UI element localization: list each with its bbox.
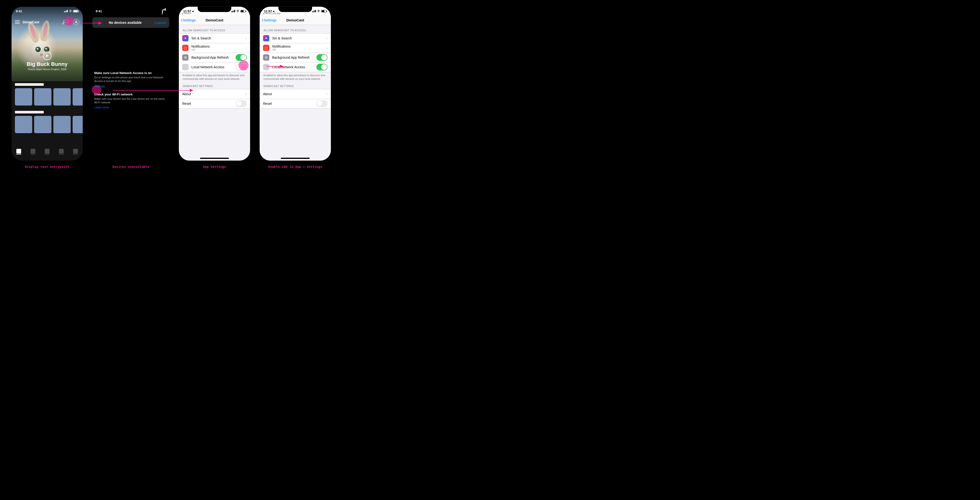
thumbnail[interactable]	[15, 116, 32, 133]
toggle-local-network-access[interactable]	[317, 64, 328, 70]
cell-label: Background App Refresh	[272, 56, 313, 59]
tab-item[interactable]	[73, 149, 78, 155]
nav-title: DemoCast	[205, 18, 223, 22]
cell-siri[interactable]: ✦ Siri & Search ›	[179, 33, 250, 43]
hero-title: Big Buck Bunny	[11, 61, 83, 67]
signal-icon	[231, 10, 235, 12]
caption: Display Cast entrypoint	[25, 165, 70, 168]
tab-item[interactable]	[59, 149, 64, 155]
thumbnail[interactable]	[53, 116, 71, 133]
cell-local-network-access[interactable]: Local Network Access	[179, 62, 250, 72]
settings-link[interactable]: Settings	[94, 85, 105, 88]
status-indicators	[64, 10, 79, 13]
chevron-right-icon: ›	[326, 91, 328, 97]
thumbnail-row[interactable]	[15, 88, 83, 106]
section-footer: Enabled to allow this app permission to …	[260, 72, 331, 81]
cast-button[interactable]	[62, 20, 68, 24]
cast-icon	[62, 20, 68, 24]
phone-screen-settings-off: 11:57➤ Search ‹Settings DemoCast ALLOW D…	[179, 7, 250, 160]
toggle-reset[interactable]	[317, 100, 328, 107]
phone-screen-no-devices: 9:41 No devices available Cancel Make su…	[92, 7, 169, 160]
notifications-icon: ◻	[182, 45, 188, 51]
row-label-placeholder	[15, 111, 44, 113]
cell-reset[interactable]: Reset	[179, 99, 250, 108]
signal-icon	[64, 10, 68, 12]
cell-label: NotificationsOff	[272, 44, 323, 51]
home-indicator[interactable]	[281, 158, 310, 159]
no-devices-header: No devices available Cancel	[92, 17, 169, 28]
back-button[interactable]: ‹Settings	[181, 17, 196, 23]
chevron-right-icon: ›	[245, 36, 247, 41]
app-icon	[182, 64, 188, 70]
siri-icon: ✦	[182, 35, 188, 41]
signal-icon	[312, 10, 316, 12]
status-time: 9:41	[16, 10, 22, 13]
back-button[interactable]: ‹Settings	[262, 17, 277, 23]
tip-heading: Check your Wi-Fi network	[94, 92, 167, 96]
toggle-background-refresh[interactable]	[235, 54, 247, 61]
signal-icon	[162, 8, 166, 11]
app-icon	[263, 64, 269, 70]
battery-icon	[162, 10, 162, 14]
cell-about[interactable]: About ›	[179, 89, 250, 99]
toggle-background-refresh[interactable]	[317, 54, 328, 61]
status-indicators	[162, 8, 166, 14]
cell-label: Background App Refresh	[191, 56, 233, 59]
toggle-reset[interactable]	[235, 100, 247, 107]
profile-button[interactable]	[73, 19, 80, 25]
nav-title: DemoCast	[286, 18, 304, 22]
cell-notifications[interactable]: ◻ NotificationsOff ›	[179, 43, 250, 52]
cell-label: Reset	[263, 102, 313, 106]
thumbnail[interactable]	[73, 88, 83, 106]
breadcrumb[interactable]: DemoCast app	[262, 12, 281, 15]
toggle-local-network-access[interactable]	[235, 64, 247, 70]
cell-local-network-access[interactable]: Local Network Access	[260, 62, 331, 72]
thumbnail-row[interactable]	[15, 116, 83, 133]
phone-screen-app: 9:41 DemoCast	[11, 7, 83, 160]
cell-label: Local Network Access	[272, 65, 313, 69]
cell-label: Siri & Search	[191, 36, 242, 40]
cell-label: Siri & Search	[272, 36, 323, 40]
cell-siri[interactable]: ✦ Siri & Search ›	[260, 33, 331, 43]
section-header: DEMOCAST SETTINGS	[260, 81, 331, 89]
cell-label: Local Network Access	[191, 65, 233, 69]
breadcrumb[interactable]: Search	[182, 12, 191, 15]
menu-icon[interactable]	[15, 21, 20, 24]
wifi-icon	[69, 10, 72, 12]
location-icon: ➤	[191, 10, 195, 13]
gear-icon: ⚙	[182, 54, 188, 60]
tab-item[interactable]	[16, 149, 21, 155]
chevron-left-icon: ‹	[262, 17, 263, 23]
cell-background-refresh[interactable]: ⚙ Background App Refresh	[179, 52, 250, 62]
battery-icon	[321, 10, 326, 13]
play-button[interactable]	[43, 51, 51, 60]
thumbnail[interactable]	[34, 88, 51, 106]
svg-point-0	[75, 21, 77, 22]
tab-item[interactable]	[45, 149, 50, 155]
row-label-placeholder	[15, 83, 44, 86]
cell-reset[interactable]: Reset	[260, 99, 331, 108]
section-header: ALLOW DEMOCAST TO ACCESS	[260, 25, 331, 33]
wifi-icon	[236, 10, 239, 12]
tab-item[interactable]	[30, 149, 36, 155]
status-indicators	[312, 10, 327, 13]
home-indicator[interactable]	[200, 158, 229, 159]
cell-notifications[interactable]: ◻ NotificationsOff ›	[260, 43, 331, 52]
learn-more-link[interactable]: Learn more	[94, 106, 109, 109]
thumbnail[interactable]	[73, 116, 83, 133]
thumbnail[interactable]	[34, 116, 51, 133]
notifications-icon: ◻	[263, 45, 269, 51]
section-header: DEMOCAST SETTINGS	[179, 81, 250, 89]
cell-background-refresh[interactable]: ⚙ Background App Refresh	[260, 52, 331, 62]
phone-screen-settings-on: 11:57➤ DemoCast app ‹Settings DemoCast A…	[260, 7, 331, 160]
chevron-right-icon: ›	[326, 45, 328, 51]
caption: Enable LNA in App > Settings	[268, 165, 323, 168]
caption: App Settings	[203, 165, 226, 168]
cell-about[interactable]: About ›	[260, 89, 331, 99]
tab-bar	[11, 146, 83, 160]
thumbnail[interactable]	[53, 88, 71, 106]
thumbnail[interactable]	[15, 88, 32, 106]
hero-subtitle: Peach Open Movie Project, 2008	[11, 68, 83, 71]
cancel-button[interactable]: Cancel	[154, 21, 166, 25]
chevron-left-icon: ‹	[181, 17, 183, 23]
